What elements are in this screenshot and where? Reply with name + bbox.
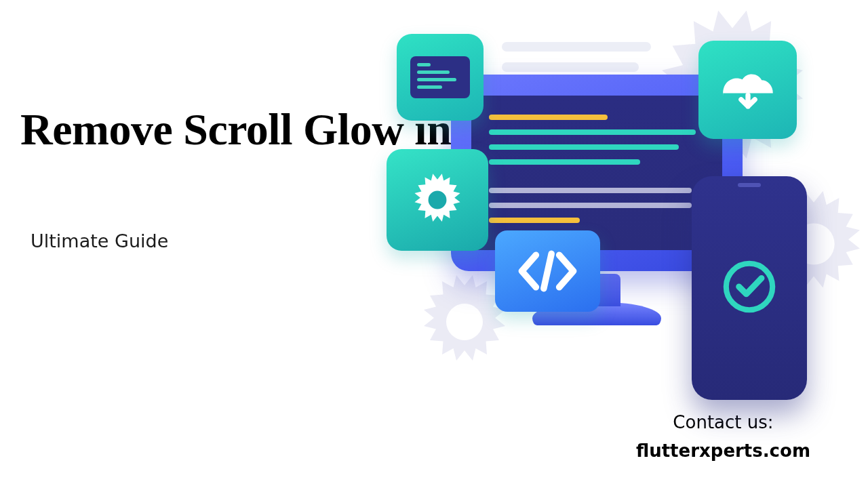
check-circle-icon [719,256,780,320]
tile-code [495,230,600,312]
tile-document [397,34,484,121]
subtitle: Ultimate Guide [31,230,168,251]
code-brackets-icon [515,247,580,295]
document-icon [410,56,470,98]
hero-illustration [359,14,854,420]
gear-icon [409,171,466,228]
tile-settings [387,149,488,251]
tile-download [698,41,797,139]
cloud-download-icon [717,59,779,121]
svg-line-4 [544,253,551,288]
phone [692,176,807,400]
svg-point-3 [429,191,447,209]
contact-url: flutterxperts.com [636,441,810,461]
monitor-screen [471,96,722,250]
